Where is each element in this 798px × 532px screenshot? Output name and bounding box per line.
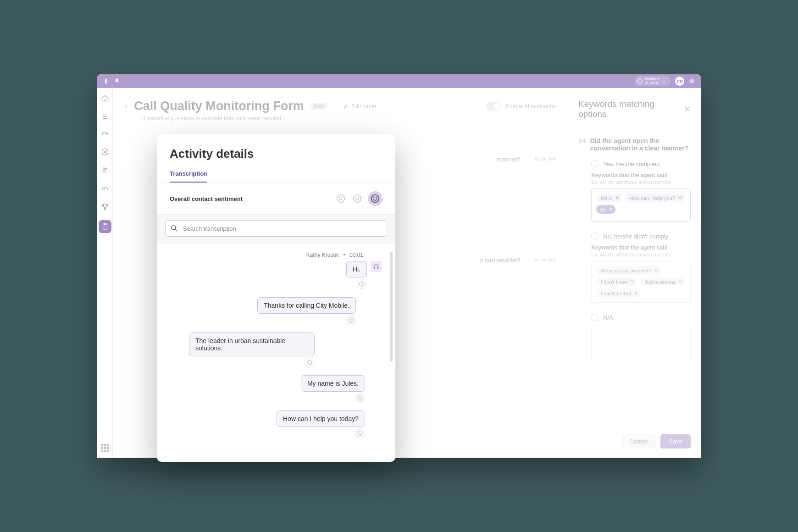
svg-point-30 (359, 398, 360, 398)
transcription-list: Kathy Krucek • 00:01 Hi. Thanks for call… (157, 244, 395, 462)
close-icon[interactable]: ✕ (684, 104, 691, 114)
option-na[interactable]: N/A (591, 314, 691, 321)
page-title: Call Quality Monitoring Form (134, 99, 304, 113)
reaction-icon[interactable] (305, 358, 315, 368)
keywords-label-yes: Keywords that the agent said (591, 172, 691, 178)
menu-collapse-icon[interactable]: ☰ (102, 114, 107, 120)
gauge-icon[interactable] (100, 128, 110, 139)
cancel-button[interactable]: Cancel (621, 434, 656, 449)
svg-point-31 (360, 398, 361, 398)
reaction-icon[interactable] (355, 393, 365, 403)
keywords-panel: Keywords matching options ✕ 04 Did the a… (568, 88, 701, 458)
chip-remove-icon[interactable]: ✕ (615, 195, 619, 201)
option-no[interactable]: No, he/she didn't comply (591, 233, 691, 240)
sidebar: ☰ (97, 88, 113, 458)
svg-point-23 (349, 318, 354, 323)
svg-point-21 (361, 283, 361, 284)
svg-point-12 (342, 198, 342, 198)
chip[interactable]: Just a second✕ (640, 277, 686, 286)
chip-remove-icon[interactable]: ✕ (631, 279, 635, 285)
status-timer: 01:25:43 (645, 81, 659, 85)
svg-point-27 (309, 362, 309, 363)
sentiment-neutral-icon[interactable] (351, 193, 363, 205)
speed-icon[interactable] (100, 183, 110, 194)
chip-remove-icon[interactable]: ✕ (678, 279, 682, 285)
save-button[interactable]: Save (660, 434, 691, 449)
reaction-icon[interactable] (346, 315, 356, 325)
reaction-icon[interactable] (355, 428, 365, 438)
chip[interactable]: Hi✕ (596, 205, 615, 214)
svg-point-19 (172, 226, 176, 230)
scrollbar[interactable] (390, 252, 393, 362)
keywords-input-yes[interactable]: Hello✕ How can I help you?✕ Hi✕ (591, 188, 691, 222)
chip[interactable]: How can I help you?✕ (625, 194, 685, 202)
radio-icon (591, 160, 598, 167)
svg-rect-1 (690, 79, 691, 83)
svg-point-17 (374, 198, 374, 198)
radio-icon (591, 314, 598, 321)
chevron-down-icon: ⌄ (662, 79, 666, 84)
tab-transcription[interactable]: Transcription (170, 170, 207, 183)
chip-remove-icon[interactable]: ✕ (678, 195, 682, 201)
logo-icon (103, 78, 109, 84)
keywords-label-no: Keywords that the agent said (591, 244, 691, 251)
svg-point-15 (358, 198, 359, 198)
sentiment-sad-icon[interactable] (335, 193, 347, 205)
bell-icon[interactable] (114, 78, 120, 84)
option-yes[interactable]: Yes, he/she complied (591, 160, 691, 167)
search-input[interactable]: Search transcription (165, 220, 387, 237)
message-bubble: The leader in urban sustainable solution… (189, 332, 315, 356)
status-pill[interactable]: Available 01:25:43 ⌄ (635, 76, 671, 86)
svg-point-32 (358, 431, 363, 436)
radio-icon (591, 233, 598, 240)
question-text: Did the agent open the conversation in a… (590, 137, 691, 152)
keywords-input-na[interactable] (591, 326, 691, 362)
message-bubble: Thanks for calling City Mobile. (257, 297, 356, 314)
svg-point-7 (105, 168, 107, 170)
back-button[interactable]: ‹ (125, 101, 127, 111)
chip-remove-icon[interactable]: ✕ (609, 206, 613, 212)
clipboard-icon[interactable] (99, 220, 111, 233)
message-bubble: How can I help you today? (277, 410, 365, 427)
svg-point-33 (359, 433, 360, 433)
app-window: Available 01:25:43 ⌄ CO ☰ (97, 74, 701, 458)
panel-toggle-icon[interactable] (689, 78, 695, 84)
svg-point-20 (360, 282, 365, 287)
modal-title: Activity details (170, 147, 382, 161)
avatar[interactable]: CO (675, 77, 684, 86)
svg-rect-3 (692, 79, 693, 83)
svg-point-22 (362, 283, 363, 284)
sentiment-label: Overall contact sentiment (170, 195, 243, 202)
apps-grid-icon[interactable] (101, 444, 109, 452)
svg-rect-0 (105, 79, 107, 84)
chip-remove-icon[interactable]: ✕ (634, 290, 638, 296)
home-icon[interactable] (100, 94, 110, 104)
ai-evaluation-toggle[interactable] (486, 102, 501, 111)
svg-point-11 (339, 198, 340, 198)
users-icon[interactable] (100, 165, 110, 175)
svg-rect-4 (693, 79, 693, 83)
message-time: 00:01 (349, 252, 363, 258)
compass-icon[interactable] (100, 147, 110, 157)
svg-point-16 (371, 195, 379, 203)
message-bubble: My name is Jules. (301, 375, 365, 392)
allow-na-2: Allow N/A (534, 257, 556, 264)
keywords-input-no[interactable]: What is your problem?✕ I don't know✕ Jus… (591, 261, 691, 303)
page-subtitle: 14 essential questions to evaluate how c… (139, 115, 556, 122)
panel-title: Keywords matching options (578, 99, 684, 119)
trophy-icon[interactable] (100, 202, 110, 212)
chip[interactable]: I can't do that✕ (596, 289, 641, 298)
svg-point-13 (354, 195, 361, 203)
reaction-icon[interactable] (357, 279, 367, 289)
chip[interactable]: What is your problem?✕ (596, 266, 661, 275)
svg-rect-2 (691, 79, 692, 83)
svg-point-28 (310, 362, 310, 363)
chip-remove-icon[interactable]: ✕ (654, 267, 658, 273)
edit-name-button[interactable]: Edit name (343, 103, 376, 110)
chip[interactable]: Hello✕ (596, 194, 622, 202)
chip[interactable]: I don't know✕ (596, 277, 637, 286)
activity-details-modal: Activity details Transcription Overall c… (157, 134, 395, 462)
message-bubble: Hi. (346, 261, 367, 277)
search-icon (170, 224, 178, 233)
sentiment-happy-icon[interactable] (368, 191, 382, 206)
